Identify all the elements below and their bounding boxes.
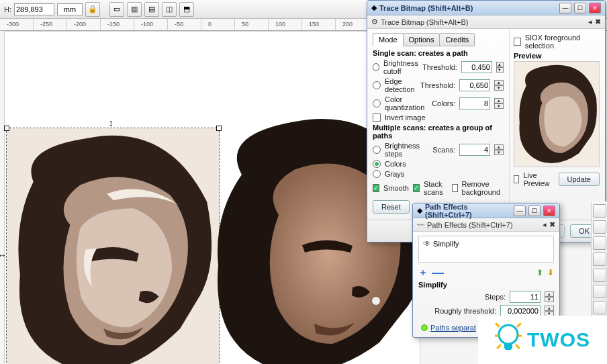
chevron-left-icon[interactable]: ◂ (543, 220, 547, 229)
minimize-button[interactable]: — (559, 3, 571, 13)
colors-input[interactable] (459, 97, 490, 109)
selection-arrow-w[interactable]: ↔ (0, 250, 7, 261)
inkscape-icon: ◆ (417, 206, 422, 215)
scans-input[interactable] (459, 144, 490, 156)
radio-brightness[interactable] (373, 63, 379, 71)
threshold1-spinner[interactable]: ▴▾ (496, 62, 504, 73)
patheff-subbar: 〰 Path Effects (Shift+Ctrl+7) ◂ ✖ (413, 218, 559, 232)
simplify-heading: Simplify (418, 281, 554, 289)
close-button[interactable]: ✕ (543, 206, 555, 216)
paths-status: Paths separat (430, 324, 476, 332)
lock-icon[interactable]: 🔒 (85, 2, 100, 17)
close-button[interactable]: ✕ (589, 3, 601, 13)
threshold1-input[interactable] (461, 61, 492, 73)
preview-thumbnail (514, 61, 600, 167)
radio-colors[interactable] (373, 160, 381, 168)
led-icon (421, 324, 428, 331)
smooth-label: Smooth (383, 184, 409, 192)
tool-text-icon[interactable] (593, 285, 606, 298)
brightness-label: Brightness cutoff (383, 59, 418, 75)
colors-spinner[interactable]: ▴▾ (494, 98, 504, 109)
selection-arrow-n[interactable]: ↕ (109, 118, 113, 128)
tool-icon-1[interactable]: ▭ (109, 2, 124, 17)
invert-label: Invert image (385, 113, 504, 122)
effect-list[interactable]: 👁 Simplify (418, 236, 554, 263)
traced-vector-object[interactable]: ↕ ↕ ↔ ↔ (6, 128, 220, 364)
trace-titlebar[interactable]: ◆ Trace Bitmap (Shift+Alt+B) — ☐ ✕ (367, 1, 605, 15)
trace-subbar: ⚙ Trace Bitmap (Shift+Alt+B) ◂ ✖ (367, 15, 605, 29)
check-siox[interactable] (514, 38, 521, 46)
tool-icon-4[interactable]: ◫ (162, 2, 177, 17)
radio-bsteps[interactable] (373, 146, 381, 154)
visibility-icon[interactable]: 👁 (423, 239, 431, 248)
watermark: TWOS (478, 316, 607, 364)
remove-effect-button[interactable]: — (432, 270, 444, 275)
move-down-button[interactable]: ⬇ (547, 268, 554, 277)
maximize-button[interactable]: ☐ (574, 3, 586, 13)
tool-prefs-icon[interactable] (593, 301, 606, 314)
tool-icon-2[interactable]: ▥ (127, 2, 142, 17)
reset-button[interactable]: Reset (373, 200, 410, 214)
removebg-label: Remove background (462, 180, 504, 196)
lightbulb-icon (495, 322, 522, 357)
gear-icon: ⚙ (371, 17, 378, 26)
maximize-button[interactable]: ☐ (528, 206, 541, 216)
radio-edge[interactable] (373, 81, 381, 89)
check-smooth[interactable] (373, 184, 379, 192)
check-removebg[interactable] (452, 184, 457, 192)
steps-spinner[interactable]: ▴▾ (545, 291, 554, 302)
tab-credits[interactable]: Credits (439, 33, 475, 46)
minimize-button[interactable]: — (514, 206, 526, 216)
radio-grays[interactable] (373, 170, 381, 178)
brand-text: TWOS (527, 328, 590, 351)
close-icon[interactable]: ✖ (595, 17, 601, 26)
tool-icon-5[interactable]: ⬒ (179, 2, 194, 17)
right-toolbar (591, 201, 607, 317)
path-icon: 〰 (417, 221, 424, 229)
close-icon[interactable]: ✖ (549, 220, 555, 229)
update-button[interactable]: Update (559, 173, 600, 186)
check-stack[interactable] (413, 184, 420, 192)
inkscape-icon: ◆ (371, 3, 377, 12)
threshold2-input[interactable] (459, 79, 490, 91)
move-up-button[interactable]: ⬆ (536, 268, 543, 277)
grays-label: Grays (385, 170, 504, 178)
multi-scan-label: Multiple scans: creates a group of paths (373, 124, 504, 140)
rough-label: Roughly threshold: (418, 307, 496, 315)
steps-input[interactable] (510, 291, 541, 303)
colorq-label: Color quantization (385, 95, 428, 111)
rough-spinner[interactable]: ▴▾ (545, 306, 554, 316)
tool-align-icon[interactable] (593, 269, 606, 282)
effect-name: Simplify (433, 240, 459, 248)
add-effect-button[interactable]: ＋ (418, 267, 428, 279)
steps-label: Steps: (418, 293, 506, 301)
tool-icon-3[interactable]: ▤ (144, 2, 159, 17)
tab-mode[interactable]: Mode (373, 33, 404, 46)
tool-zoom-icon[interactable] (593, 204, 606, 218)
check-live[interactable] (514, 175, 519, 183)
unit-selector[interactable]: mm (57, 3, 83, 15)
patheff-titlebar[interactable]: ◆ Path Effects (Shift+Ctrl+7) — ☐ ✕ (413, 203, 559, 218)
trace-tabs: Mode Options Credits (373, 33, 504, 46)
tool-doc-icon[interactable] (593, 220, 606, 234)
height-label: H: (4, 5, 11, 13)
scans-spinner[interactable]: ▴▾ (494, 144, 504, 155)
selection-handle-nw[interactable] (4, 126, 9, 131)
tool-xml-icon[interactable] (593, 253, 606, 266)
live-label: Live Preview (523, 171, 550, 187)
single-scan-label: Single scan: creates a path (373, 49, 504, 57)
chevron-left-icon[interactable]: ◂ (588, 17, 592, 26)
mcolors-label: Colors (385, 160, 504, 168)
height-input[interactable] (14, 3, 54, 15)
svg-point-1 (372, 297, 380, 305)
svg-point-3 (499, 325, 518, 344)
siox-label: SIOX foreground selection (525, 34, 600, 50)
threshold2-spinner[interactable]: ▴▾ (494, 80, 504, 91)
tool-layers-icon[interactable] (593, 236, 606, 250)
trace-title: Trace Bitmap (Shift+Alt+B) (379, 4, 557, 12)
check-invert[interactable] (373, 113, 381, 122)
stack-label: Stack scans (424, 180, 448, 196)
radio-colorq[interactable] (373, 99, 381, 107)
bsteps-label: Brightness steps (385, 142, 428, 158)
tab-options[interactable]: Options (403, 33, 440, 46)
